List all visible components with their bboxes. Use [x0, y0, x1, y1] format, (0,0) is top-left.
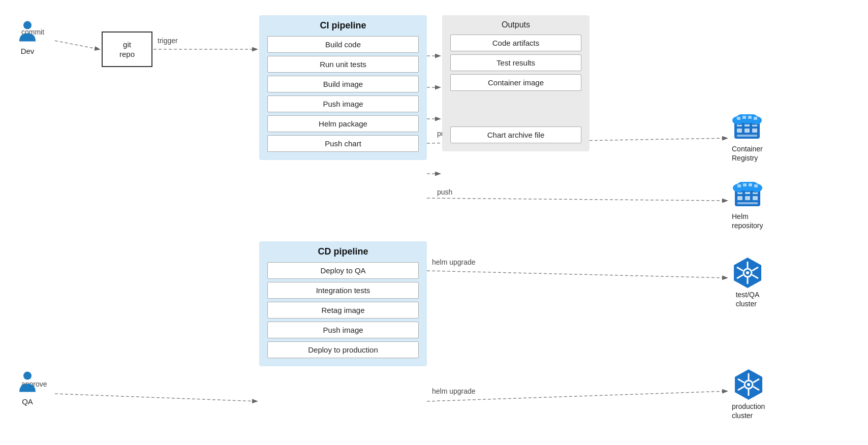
svg-rect-17 — [745, 129, 750, 133]
output-chart-archive: Chart archive file — [450, 126, 581, 143]
svg-rect-28 — [748, 116, 752, 119]
dev-person-icon — [15, 20, 40, 45]
svg-rect-45 — [743, 183, 747, 186]
svg-rect-36 — [753, 196, 758, 200]
svg-rect-35 — [745, 196, 750, 200]
svg-line-9 — [55, 394, 257, 401]
prod-cluster-label: production cluster — [732, 402, 765, 420]
ci-step-push-image: Push image — [267, 96, 419, 112]
outputs-title: Outputs — [450, 20, 581, 29]
cd-step-deploy-production: Deploy to production — [267, 341, 419, 358]
svg-rect-47 — [754, 184, 758, 187]
git-repo-box: git repo — [102, 31, 152, 67]
svg-rect-16 — [737, 129, 742, 133]
svg-rect-34 — [737, 196, 742, 200]
cd-step-push-image: Push image — [267, 322, 419, 338]
qa-cluster-label: test/QA cluster — [736, 290, 760, 308]
ci-pipeline-panel: CI pipeline Build code Run unit tests Bu… — [259, 15, 427, 160]
svg-rect-26 — [737, 117, 740, 120]
qa-label: QA — [22, 397, 33, 406]
svg-line-0 — [55, 41, 99, 49]
ci-step-build-image: Build image — [267, 76, 419, 92]
push-label-2: push — [437, 188, 452, 196]
svg-point-66 — [23, 372, 32, 380]
container-registry-icon: Container Registry — [732, 114, 763, 163]
svg-rect-46 — [749, 183, 752, 186]
svg-rect-37 — [737, 202, 758, 204]
qa-cluster-icon: test/QA cluster — [732, 257, 763, 308]
svg-rect-29 — [754, 117, 757, 120]
ci-step-build-code: Build code — [267, 36, 419, 53]
svg-rect-44 — [737, 184, 741, 187]
cd-pipeline-panel: CD pipeline Deploy to QA Integration tes… — [259, 241, 427, 366]
git-repo-label: git repo — [119, 40, 135, 59]
ci-step-run-unit-tests: Run unit tests — [267, 56, 419, 73]
helm-upgrade-label-2: helm upgrade — [432, 387, 476, 395]
svg-point-11 — [23, 21, 32, 29]
svg-point-59 — [747, 383, 750, 386]
cd-step-deploy-qa: Deploy to QA — [267, 262, 419, 279]
qa-person-icon — [15, 371, 40, 395]
trigger-label: trigger — [158, 37, 178, 45]
output-code-artifacts: Code artifacts — [450, 35, 581, 51]
svg-rect-19 — [737, 135, 757, 137]
output-container-image: Container image — [450, 74, 581, 91]
helm-registry-label: Helm repository — [732, 212, 763, 230]
helm-registry-icon: Helm repository — [732, 182, 763, 230]
svg-line-8 — [427, 271, 727, 278]
dev-label: Dev — [21, 47, 35, 55]
qa-person: QA — [15, 371, 40, 406]
helm-upgrade-label-1: helm upgrade — [432, 258, 476, 266]
cd-step-integration-tests: Integration tests — [267, 282, 419, 299]
ci-step-helm-package: Helm package — [267, 115, 419, 132]
ci-step-push-chart: Push chart — [267, 135, 419, 152]
dev-person: Dev — [15, 20, 40, 55]
output-test-results: Test results — [450, 54, 581, 71]
cd-pipeline-title: CD pipeline — [267, 246, 419, 257]
svg-point-50 — [746, 271, 749, 274]
ci-pipeline-title: CI pipeline — [267, 20, 419, 31]
outputs-panel: Outputs Code artifacts Test results Cont… — [442, 15, 590, 151]
svg-rect-18 — [752, 129, 757, 133]
svg-line-7 — [427, 198, 727, 201]
cd-step-retag-image: Retag image — [267, 302, 419, 319]
svg-rect-27 — [742, 116, 746, 119]
container-registry-label: Container Registry — [732, 144, 763, 163]
prod-cluster-icon: production cluster — [732, 368, 765, 420]
